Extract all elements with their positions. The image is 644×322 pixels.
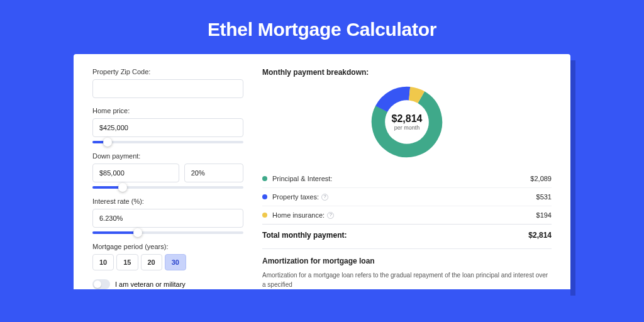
period-buttons: 10152030	[92, 254, 243, 270]
down-payment-group: Down payment:	[92, 152, 243, 189]
legend-dot-icon	[262, 213, 267, 218]
zip-label: Property Zip Code:	[92, 68, 243, 75]
amortization-title: Amortization for mortgage loan	[262, 257, 552, 265]
legend-label: Home insurance:?	[272, 211, 536, 219]
veteran-toggle[interactable]	[92, 279, 110, 289]
legend-row: Property taxes:?$531	[262, 188, 552, 206]
period-button-30[interactable]: 30	[165, 254, 186, 270]
divider	[262, 248, 552, 249]
inputs-panel: Property Zip Code: Home price: Down paym…	[92, 68, 243, 289]
down-payment-pct-input[interactable]	[184, 164, 243, 182]
zip-group: Property Zip Code:	[92, 68, 243, 98]
donut-wrap: $2,814 per month	[262, 84, 552, 160]
interest-slider-fill	[92, 231, 138, 234]
home-price-label: Home price:	[92, 107, 243, 114]
amortization-text: Amortization for a mortgage loan refers …	[262, 270, 552, 289]
page-title: Ethel Mortgage Calculator	[0, 0, 644, 54]
legend-dot-icon	[262, 194, 267, 199]
down-payment-label: Down payment:	[92, 152, 243, 160]
down-payment-slider[interactable]	[92, 186, 243, 189]
help-icon[interactable]: ?	[327, 212, 334, 219]
veteran-row: I am veteran or military	[92, 279, 243, 289]
donut-total: $2,814	[392, 113, 423, 125]
period-label: Mortgage period (years):	[92, 243, 243, 250]
period-group: Mortgage period (years): 10152030	[92, 243, 243, 270]
legend-value: $2,089	[530, 175, 552, 182]
legend-label: Principal & Interest:	[272, 175, 530, 182]
legend-row: Home insurance:?$194	[262, 206, 552, 225]
help-icon[interactable]: ?	[321, 194, 328, 201]
interest-slider-knob[interactable]	[133, 228, 142, 237]
total-label: Total monthly payment:	[262, 231, 347, 240]
interest-input[interactable]	[92, 209, 243, 228]
home-price-slider[interactable]	[92, 141, 243, 143]
interest-group: Interest rate (%):	[92, 197, 243, 234]
legend: Principal & Interest:$2,089Property taxe…	[262, 170, 552, 225]
donut-chart: $2,814 per month	[369, 84, 445, 160]
legend-row: Principal & Interest:$2,089	[262, 170, 552, 188]
interest-slider[interactable]	[92, 231, 243, 234]
down-payment-slider-knob[interactable]	[118, 183, 127, 192]
breakdown-panel: Monthly payment breakdown: $2,814 per mo…	[262, 68, 552, 289]
legend-label: Property taxes:?	[272, 193, 536, 201]
breakdown-title: Monthly payment breakdown:	[262, 68, 552, 77]
total-value: $2,814	[528, 231, 552, 240]
card-shadow	[570, 60, 575, 296]
legend-value: $531	[536, 193, 552, 201]
interest-label: Interest rate (%):	[92, 197, 243, 205]
legend-dot-icon	[262, 176, 267, 181]
home-price-input[interactable]	[92, 118, 243, 137]
home-price-slider-knob[interactable]	[103, 138, 112, 147]
total-row: Total monthly payment: $2,814	[262, 225, 552, 248]
zip-input[interactable]	[92, 79, 243, 98]
home-price-group: Home price:	[92, 107, 243, 143]
period-button-15[interactable]: 15	[116, 254, 138, 270]
donut-sublabel: per month	[392, 125, 423, 131]
period-button-10[interactable]: 10	[92, 254, 114, 270]
down-payment-input[interactable]	[92, 164, 179, 182]
calculator-card: Property Zip Code: Home price: Down paym…	[74, 54, 570, 289]
period-button-20[interactable]: 20	[141, 254, 162, 270]
donut-center: $2,814 per month	[392, 113, 423, 131]
legend-value: $194	[536, 211, 552, 219]
veteran-label: I am veteran or military	[115, 280, 186, 288]
